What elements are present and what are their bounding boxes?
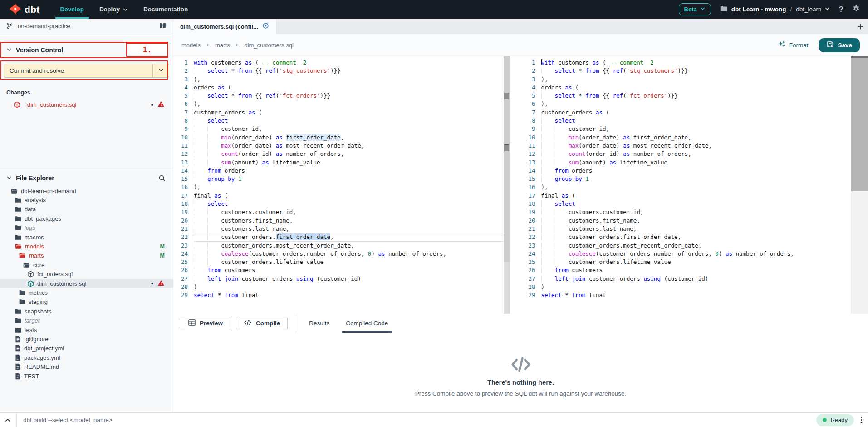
code-line-13[interactable]: 13 sum(amount) as lifetime_value	[173, 159, 504, 167]
code-line-15[interactable]: 15 group by 1	[521, 175, 851, 183]
changed-file-row[interactable]: dim_customers.sql •	[0, 99, 173, 110]
nav-deploy[interactable]: Deploy	[92, 0, 136, 19]
tree-item-README.md[interactable]: README.md	[0, 362, 173, 371]
new-tab-plus-icon[interactable]	[857, 19, 864, 34]
code-line-6[interactable]: 6),	[173, 100, 504, 108]
code-line-25[interactable]: 25 customer_orders.lifetime_value	[173, 258, 504, 266]
format-button[interactable]: Format	[778, 40, 809, 50]
code-line-26[interactable]: 26 from customers	[521, 266, 851, 274]
breadcrumb-models[interactable]: models	[181, 42, 201, 49]
beta-button[interactable]: Beta	[679, 3, 711, 15]
commit-and-resolve-button[interactable]: Commit and resolve	[4, 64, 169, 78]
tree-item-dbt_packages[interactable]: dbt_packages	[0, 214, 173, 223]
tree-item-metrics[interactable]: metrics	[0, 288, 173, 297]
code-line-24[interactable]: 24 coalesce(customer_orders.number_of_or…	[521, 250, 851, 258]
code-line-16[interactable]: 16),	[173, 183, 504, 191]
code-line-11[interactable]: 11 max(order_date) as most_recent_order_…	[173, 142, 504, 150]
code-line-28[interactable]: 28)	[173, 283, 504, 291]
code-line-20[interactable]: 20 customers.first_name,	[521, 217, 851, 225]
code-line-27[interactable]: 27 left join customer_orders using (cust…	[173, 275, 504, 283]
code-line-10[interactable]: 10 min(order_date) as first_order_date,	[173, 134, 504, 142]
code-line-4[interactable]: 4orders as (	[521, 84, 851, 92]
version-control-header[interactable]: Version Control	[0, 42, 173, 58]
code-line-22[interactable]: 22 customer_orders.first_order_date,	[521, 233, 851, 241]
code-line-12[interactable]: 12 count(order_id) as number_of_orders,	[173, 150, 504, 158]
code-line-7[interactable]: 7customer_orders as (	[521, 109, 851, 117]
code-line-24[interactable]: 24 coalesce(customer_orders.number_of_or…	[173, 250, 504, 258]
gear-icon[interactable]	[853, 5, 860, 14]
code-line-3[interactable]: 3),	[173, 75, 504, 84]
code-line-1[interactable]: 1with customers as ( -- comment 2	[173, 59, 504, 67]
tree-item-macros[interactable]: macros	[0, 233, 173, 242]
code-line-4[interactable]: 4orders as (	[173, 84, 504, 92]
tree-item-core[interactable]: core	[0, 260, 173, 269]
code-line-19[interactable]: 19 customers.customer_id,	[521, 208, 851, 216]
tree-item-models[interactable]: modelsM	[0, 242, 173, 251]
commit-options-caret[interactable]	[152, 64, 169, 77]
code-line-9[interactable]: 9 customer_id,	[521, 125, 851, 133]
code-line-23[interactable]: 23 customer_orders.most_recent_order_dat…	[521, 242, 851, 250]
save-button[interactable]: Save	[819, 38, 860, 52]
tab-results[interactable]: Results	[301, 314, 338, 333]
code-line-29[interactable]: 29select * from final	[521, 291, 851, 299]
compile-button[interactable]: Compile	[236, 317, 288, 330]
code-line-20[interactable]: 20 customers.first_name,	[173, 217, 504, 225]
code-line-10[interactable]: 10 min(order_date) as first_order_date,	[521, 134, 851, 142]
tree-item-dbt-learn-on-demand[interactable]: dbt-learn-on-demand	[0, 186, 173, 195]
tree-item-dbt_project.yml[interactable]: dbt_project.yml	[0, 344, 173, 353]
code-line-29[interactable]: 29select * from final	[173, 291, 504, 299]
tab-compiled-code[interactable]: Compiled Code	[338, 314, 396, 333]
code-line-18[interactable]: 18 select	[521, 200, 851, 208]
code-line-21[interactable]: 21 customers.last_name,	[173, 225, 504, 233]
code-line-2[interactable]: 2 select * from {{ ref('stg_customers')}…	[521, 67, 851, 75]
dbt-logo[interactable]: dbt	[0, 0, 53, 19]
code-line-5[interactable]: 5 select * from {{ ref('fct_orders')}}	[521, 92, 851, 100]
code-line-8[interactable]: 8 select	[521, 117, 851, 125]
command-input[interactable]	[22, 416, 811, 424]
code-line-3[interactable]: 3),	[521, 75, 851, 84]
chevron-up-icon[interactable]	[5, 417, 11, 423]
nav-documentation[interactable]: Documentation	[136, 0, 196, 19]
code-line-17[interactable]: 17final as (	[521, 192, 851, 200]
code-line-14[interactable]: 14 from orders	[521, 167, 851, 175]
code-line-14[interactable]: 14 from orders	[173, 167, 504, 175]
docs-book-icon[interactable]	[159, 22, 167, 30]
code-line-11[interactable]: 11 max(order_date) as most_recent_order_…	[521, 142, 851, 150]
tree-item-snapshots[interactable]: snapshots	[0, 307, 173, 316]
kebab-menu-icon[interactable]	[860, 416, 863, 424]
editor-pane-right[interactable]: 1with customers as ( -- comment 22 selec…	[521, 56, 851, 314]
tree-item-staging[interactable]: staging	[0, 298, 173, 307]
code-line-8[interactable]: 8 select	[173, 117, 504, 125]
code-line-18[interactable]: 18 select	[173, 200, 504, 208]
tree-item-target[interactable]: target	[0, 316, 173, 325]
tree-item-marts[interactable]: martsM	[0, 251, 173, 260]
code-line-9[interactable]: 9 customer_id,	[173, 125, 504, 133]
code-line-23[interactable]: 23 customer_orders.most_recent_order_dat…	[173, 242, 504, 250]
tree-item-data[interactable]: data	[0, 205, 173, 214]
code-line-13[interactable]: 13 sum(amount) as lifetime_value	[521, 159, 851, 167]
tree-item-tests[interactable]: tests	[0, 325, 173, 334]
tree-item-dim_customers.sql[interactable]: dim_customers.sql•	[0, 279, 173, 288]
code-line-2[interactable]: 2 select * from {{ ref('stg_customers')}…	[173, 67, 504, 75]
left-pane-scrollbar[interactable]	[504, 56, 510, 314]
tree-item-packages.yml[interactable]: packages.yml	[0, 353, 173, 362]
tree-item-TEST[interactable]: TEST	[0, 372, 173, 381]
breadcrumb-marts[interactable]: marts	[215, 42, 230, 49]
tree-item-fct_orders.sql[interactable]: fct_orders.sql	[0, 270, 173, 279]
code-line-22[interactable]: 22 customer_orders.first_order_date,	[173, 233, 504, 241]
tree-item-.gitignore[interactable]: .gitignore	[0, 334, 173, 343]
help-icon[interactable]: ?	[839, 5, 843, 14]
tree-item-logs[interactable]: logs	[0, 223, 173, 233]
file-explorer-header[interactable]: File Explorer	[0, 169, 173, 186]
project-selector[interactable]: dbt Learn - mwong / dbt_learn	[720, 5, 830, 13]
code-line-1[interactable]: 1with customers as ( -- comment 2	[521, 59, 851, 67]
editor-pane-left[interactable]: 1with customers as ( -- comment 22 selec…	[173, 56, 504, 314]
code-line-7[interactable]: 7customer_orders as (	[173, 109, 504, 117]
breadcrumb-file[interactable]: dim_customers.sql	[244, 42, 293, 49]
code-line-27[interactable]: 27 left join customer_orders using (cust…	[521, 275, 851, 283]
preview-button[interactable]: Preview	[181, 317, 230, 330]
code-line-5[interactable]: 5 select * from {{ ref('fct_orders')}}	[173, 92, 504, 100]
branch-row[interactable]: on-demand-practice	[0, 19, 173, 34]
code-line-19[interactable]: 19 customers.customer_id,	[173, 208, 504, 216]
search-icon[interactable]	[158, 174, 166, 182]
